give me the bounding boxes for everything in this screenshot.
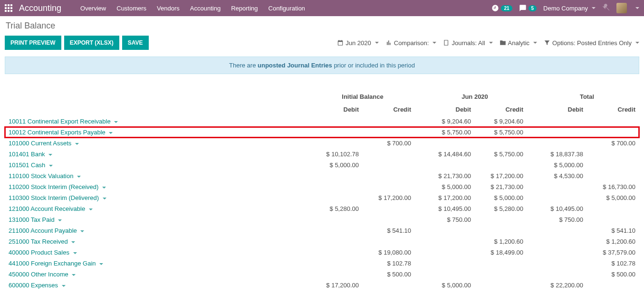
cell-total-credit — [587, 160, 639, 171]
cell-initial-debit: $ 17,200.00 — [310, 280, 363, 291]
timer-badge: 21 — [501, 5, 512, 11]
cell-initial-debit: $ 5,000.00 — [310, 160, 363, 171]
caret-down-icon — [89, 209, 93, 210]
table-row: 110200 Stock Interim (Received) $ 5,000.… — [5, 181, 639, 192]
account-link[interactable]: 101401 Bank — [5, 149, 310, 160]
cell-initial-credit — [363, 236, 415, 247]
filter-journals[interactable]: Journals: All — [443, 39, 492, 47]
app-brand[interactable]: Accounting — [19, 3, 61, 13]
cell-initial-credit — [363, 116, 415, 127]
caret-down-icon — [433, 42, 436, 44]
nav-customers[interactable]: Customers — [116, 5, 146, 12]
account-link[interactable]: 110100 Stock Valuation — [5, 171, 310, 181]
company-switcher[interactable]: Demo Company — [543, 5, 596, 12]
cell-total-credit — [587, 149, 639, 160]
table-row: 110300 Stock Interim (Delivered) $ 17,20… — [5, 192, 639, 203]
cell-month-credit: $ 9,204.60 — [475, 116, 527, 127]
print-preview-button[interactable]: PRINT PREVIEW — [5, 36, 61, 50]
cell-total-credit — [587, 214, 639, 225]
cell-total-debit — [535, 181, 587, 192]
cell-total-credit: $ 102.78 — [587, 258, 639, 269]
account-link[interactable]: 101501 Cash — [5, 160, 310, 171]
cell-month-credit: $ 5,000.00 — [475, 192, 527, 203]
cell-total-credit: $ 1,200.60 — [587, 236, 639, 247]
table-row: 441000 Foreign Exchange Gain $ 102.78$ 1… — [5, 258, 639, 269]
cell-initial-debit — [310, 127, 363, 138]
cell-month-debit — [423, 160, 475, 171]
nav-configuration[interactable]: Configuration — [269, 5, 305, 12]
nav-overview[interactable]: Overview — [80, 5, 106, 12]
bar-chart-icon — [385, 39, 392, 46]
cell-month-debit — [423, 258, 475, 269]
cell-month-credit: $ 5,750.00 — [475, 149, 527, 160]
cell-month-credit: $ 1,200.60 — [475, 236, 527, 247]
nav-vendors[interactable]: Vendors — [157, 5, 180, 12]
cell-total-debit — [535, 116, 587, 127]
save-button[interactable]: SAVE — [122, 36, 149, 50]
nav-accounting[interactable]: Accounting — [190, 5, 221, 12]
filter-comparison[interactable]: Comparison: — [385, 39, 437, 47]
account-link[interactable]: 450000 Other Income — [5, 269, 310, 280]
cell-month-credit: $ 5,750.00 — [475, 127, 527, 138]
filter-date-label: Jun 2020 — [346, 39, 371, 47]
cell-total-credit — [587, 280, 639, 291]
cell-total-debit: $ 541.10 — [535, 291, 587, 291]
cell-initial-credit — [363, 149, 415, 160]
caret-down-icon — [635, 42, 639, 44]
cell-month-debit — [423, 269, 475, 280]
cell-month-debit: $ 5,750.00 — [423, 127, 475, 138]
report-body: Initial Balance Jun 2020 Total Debit Cre… — [0, 74, 644, 291]
account-link[interactable]: 131000 Tax Paid — [5, 214, 310, 225]
col-debit: Debit — [535, 103, 587, 116]
account-link[interactable]: 251000 Tax Received — [5, 236, 310, 247]
cell-total-credit — [587, 171, 639, 181]
messages-indicator[interactable]: 5 — [519, 4, 537, 12]
account-link[interactable]: 101000 Current Assets — [5, 138, 310, 149]
cell-month-debit: $ 17,200.00 — [423, 192, 475, 203]
apps-icon[interactable] — [5, 4, 12, 12]
nav-reporting[interactable]: Reporting — [231, 5, 258, 12]
debug-icon[interactable] — [602, 4, 610, 13]
cell-month-debit: $ 10,495.00 — [423, 203, 475, 214]
caret-down-icon — [375, 42, 379, 44]
main-nav: Overview Customers Vendors Accounting Re… — [80, 5, 305, 12]
cell-month-credit — [475, 258, 527, 269]
account-link[interactable]: 400000 Product Sales — [5, 247, 310, 258]
cell-initial-credit — [363, 203, 415, 214]
cell-initial-debit — [310, 214, 363, 225]
cell-initial-credit: $ 102.78 — [363, 258, 415, 269]
info-banner[interactable]: There are unposted Journal Entries prior… — [5, 57, 639, 74]
timer-indicator[interactable]: 21 — [491, 4, 512, 12]
caret-down-icon — [102, 187, 106, 189]
cell-initial-credit — [363, 291, 415, 291]
account-link[interactable]: 10011 Continental Export Receivable — [5, 116, 310, 127]
user-avatar[interactable] — [616, 3, 627, 13]
filter-analytic[interactable]: Analytic — [500, 39, 538, 47]
cell-total-credit: $ 37,579.00 — [587, 247, 639, 258]
account-link[interactable]: 441000 Foreign Exchange Gain — [5, 258, 310, 269]
account-link[interactable]: 600000 Expenses — [5, 280, 310, 291]
account-link[interactable]: 121000 Account Receivable — [5, 203, 310, 214]
caret-down-icon — [114, 121, 118, 123]
book-icon — [443, 39, 450, 46]
cell-month-debit: $ 750.00 — [423, 214, 475, 225]
account-link[interactable]: 110200 Stock Interim (Received) — [5, 181, 310, 192]
account-link[interactable]: 10012 Continental Exports Payable — [5, 127, 310, 138]
filter-date[interactable]: Jun 2020 — [337, 39, 379, 47]
table-row: 101000 Current Assets $ 700.00$ 700.00 — [5, 138, 639, 149]
topbar-right: 21 5 Demo Company — [491, 3, 639, 13]
account-link[interactable]: 211000 Account Payable — [5, 225, 310, 236]
export-xlsx-button[interactable]: EXPORT (XLSX) — [64, 36, 119, 50]
topbar: Accounting Overview Customers Vendors Ac… — [0, 0, 644, 16]
caret-down-icon — [75, 143, 79, 145]
cell-initial-credit — [363, 280, 415, 291]
caret-down-icon — [72, 274, 76, 276]
cell-total-debit: $ 4,530.00 — [535, 171, 587, 181]
user-caret-icon — [635, 7, 639, 9]
account-link[interactable]: 999999 Undistributed Profits/Losses — [5, 291, 310, 291]
cell-initial-credit — [363, 127, 415, 138]
cell-total-debit — [535, 138, 587, 149]
account-link[interactable]: 110300 Stock Interim (Delivered) — [5, 192, 310, 203]
filter-options[interactable]: Options: Posted Entries Only — [544, 39, 639, 47]
messages-badge: 5 — [529, 5, 537, 11]
